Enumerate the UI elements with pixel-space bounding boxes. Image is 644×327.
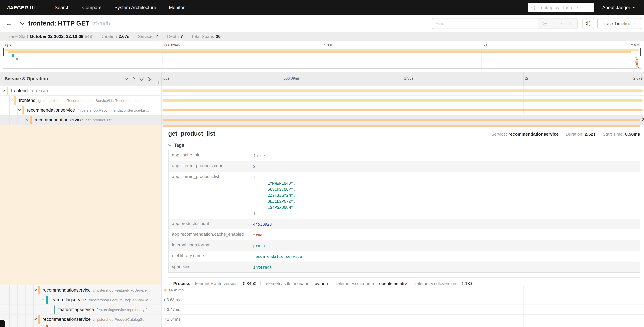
span-bar[interactable] [165,318,166,320]
minimap-canvas[interactable] [3,48,641,68]
chevron-right-icon [168,282,170,285]
span-timeline-cell[interactable]: 3.47ms [162,305,644,314]
collapse-one-icon[interactable] [124,78,128,80]
span-row: recommendationservice/hipstershop.Recomm… [0,106,644,115]
detail-meta-label: Service: [491,132,507,137]
minimap-span [5,49,639,51]
service-color-strip [46,325,48,327]
clear-find-icon[interactable]: × [569,21,572,26]
back-button[interactable]: ← [5,20,12,27]
minimap-span [636,59,638,60]
expand-chevron-icon[interactable] [10,99,13,102]
span-name-cell[interactable]: recommendationservice/hipstershop.Recomm… [0,106,162,115]
tag-row: span.kindinternal [168,262,640,272]
indent-guide [10,324,10,327]
view-selector-button[interactable]: Trace Timeline [597,18,641,29]
span-row [0,324,644,327]
nav-item-compare[interactable]: Compare [76,5,108,10]
collapse-all-icon[interactable] [139,77,144,81]
chevron-down-icon [168,144,172,146]
process-section[interactable]: Process: telemetry.auto.version=0.34b0te… [168,277,640,285]
span-timeline-cell[interactable]: 3.68ms [162,295,644,304]
process-key: telemetry.sdk.version [415,281,456,285]
tags-section-toggle[interactable]: Tags [168,143,640,148]
expand-chevron-icon[interactable] [34,318,37,320]
gridline [524,324,524,327]
span-bar[interactable] [162,90,643,92]
find-input[interactable] [432,18,538,29]
span-name-cell[interactable] [0,324,162,327]
meta-value: 7 [180,34,183,39]
tick-label: 2s [484,43,487,47]
tick-label: 0μs [5,43,11,47]
jaeger-trace-page: JAEGER UI SearchCompareSystem Architectu… [0,0,644,327]
expand-chevron-icon[interactable] [26,119,29,121]
span-name-cell[interactable]: recommendationservice/hipstershop.Produc… [0,314,162,324]
equals-sign: = [376,281,378,285]
string-value: "66VCHSJNUP" [265,187,293,192]
span-name-cell[interactable]: featureflagservicefeatureflagservice.rep… [0,305,162,314]
span-name-cell[interactable]: recommendationservice/hipstershop.Featur… [0,285,162,295]
service-color-strip [38,315,40,324]
span-name-cell[interactable]: frontendHTTP GET [0,86,162,95]
nav-item-system-architecture[interactable]: System Architecture [108,5,162,10]
tag-scalar-value: proto [253,244,265,248]
expand-one-icon[interactable] [133,76,135,81]
meta-value: October 22 2022, 22:10:09 [30,34,84,39]
span-timeline-cell[interactable]: 14.49ms [162,285,644,295]
tag-key: app.cache_hit [168,150,253,158]
indent-guide [33,324,34,327]
detail-meta-label: Duration: [566,132,584,137]
meta-value: 4 [156,34,159,39]
trace-id-search[interactable] [528,2,594,12]
trace-id-search-input[interactable] [538,4,590,10]
expand-chevron-icon[interactable] [18,109,21,111]
span-rows-top: frontendHTTP GETfrontendgrpc.hipstershop… [0,86,644,125]
span-timeline-cell[interactable] [162,86,644,95]
span-timeline-cell[interactable] [162,106,644,115]
about-jaeger-menu[interactable]: About Jaeger [602,5,635,10]
span-bar[interactable] [163,109,643,111]
expand-chevron-icon[interactable] [34,289,37,291]
keyboard-shortcuts-button[interactable]: ⌘ [582,18,594,29]
span-timeline-cell[interactable] [162,324,644,327]
find-prev-icon[interactable] [552,22,555,25]
expand-chevron-icon[interactable] [2,90,5,92]
span-bar[interactable] [164,299,165,301]
span-bar[interactable] [164,288,166,292]
column-resizer-handle[interactable]: ‖ [158,80,160,84]
indent-guide [18,115,18,124]
span-bar[interactable] [163,119,640,121]
locate-icon[interactable] [543,22,547,25]
expand-chevron-icon[interactable] [41,299,45,301]
tags-table: app.cache_hitfalseapp.filtered_products.… [168,150,640,272]
nav-item-monitor[interactable]: Monitor [162,5,191,10]
separator [260,281,260,285]
span-rows-bottom: recommendationservice/hipstershop.Featur… [0,285,644,327]
tag-value: ["1YMWWN1N4O","66VCHSJNUP","2ZYFJ3GM2N",… [253,172,296,218]
collapse-trace-chevron[interactable] [20,22,25,25]
span-bar[interactable] [162,99,643,102]
span-duration-label: 3.47ms [167,307,180,312]
expand-all-icon[interactable] [148,76,152,81]
nav-item-search[interactable]: Search [48,5,76,10]
span-name-cell[interactable]: recommendationserviceget_product_list [0,115,162,124]
service-name: frontendHTTP GET [11,88,49,93]
minimap-left-handle[interactable] [3,48,4,56]
minimap-right-handle[interactable] [640,48,641,56]
indent-guide [18,305,18,314]
span-timeline-cell[interactable]: 2.62s [162,115,644,124]
app-logo[interactable]: JAEGER UI [7,4,35,10]
span-bar[interactable] [164,308,165,311]
find-bar: × [432,18,578,29]
span-timeline-cell[interactable]: 1.04ms [162,314,644,324]
find-next-icon[interactable] [560,22,564,25]
service-operation-title: Service & Operation [5,76,48,81]
span-name-cell[interactable]: featureflagservice/hipstershop.FeatureFl… [0,295,162,304]
minimap-span [636,63,638,65]
span-name-cell[interactable]: frontendgrpc.hipstershop.RecommendationS… [0,96,162,105]
span-timeline-cell[interactable] [162,96,644,105]
span-detail-indent [0,125,162,285]
tag-row: app.filtered_products.list["1YMWWN1N4O",… [168,172,640,218]
separator [163,34,163,38]
